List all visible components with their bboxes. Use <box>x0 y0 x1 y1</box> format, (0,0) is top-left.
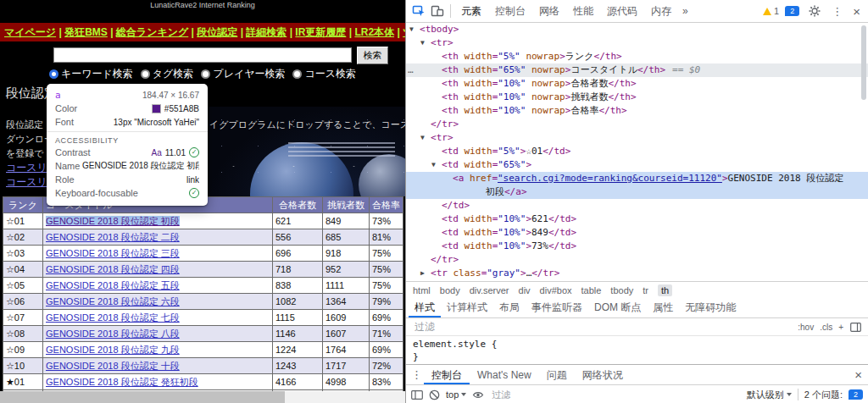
course-link[interactable]: GENOSIDE 2018 段位認定 五段 <box>46 280 180 290</box>
styles-tab[interactable]: 布局 <box>493 298 526 317</box>
table-row[interactable]: ☆06GENOSIDE 2018 段位認定 六段1082136479% <box>3 294 403 309</box>
table-row[interactable]: ☆04GENOSIDE 2018 段位認定 四段71895275% <box>3 262 403 277</box>
tree-line[interactable]: <td width="10%">621</td> <box>406 213 868 226</box>
drawer-tab[interactable]: 问题 <box>539 366 575 384</box>
tree-line[interactable]: 初段</a> <box>406 185 868 199</box>
tree-line[interactable]: <td width="10%">849</td> <box>406 226 868 240</box>
issues-badge[interactable]: 2 <box>785 6 799 16</box>
devtools-tab[interactable]: 控制台 <box>488 1 532 22</box>
drawer-tab[interactable]: What's New <box>470 366 539 384</box>
table-row[interactable]: ☆05GENOSIDE 2018 段位認定 五段838111175% <box>3 278 403 293</box>
expand-arrow-icon[interactable]: ▼ <box>420 36 431 50</box>
tree-line[interactable]: ▶<tr class="gray">…</tr> <box>406 267 868 280</box>
table-row[interactable]: ☆02GENOSIDE 2018 段位認定 二段55668581% <box>3 229 403 245</box>
drawer-tab[interactable]: 控制台 <box>424 366 470 384</box>
issues-count-badge[interactable]: 2 <box>849 389 863 400</box>
course-link[interactable]: GENOSIDE 2018 段位認定 八段 <box>46 328 180 339</box>
styles-tab[interactable]: 计算样式 <box>441 298 493 317</box>
nav-link[interactable]: 発狂BMS <box>64 26 108 38</box>
search-mode-option[interactable]: キーワード検索 <box>49 67 133 81</box>
styles-tab[interactable]: 无障碍功能 <box>679 298 742 317</box>
tree-line[interactable]: <th width="10%" nowrap>合格者数</th> <box>406 77 868 91</box>
layout-panel-icon[interactable] <box>850 323 861 332</box>
overflow-menu-icon[interactable]: … <box>408 63 413 77</box>
devtools-tab[interactable]: 源代码 <box>600 1 644 22</box>
search-mode-option[interactable]: コース検索 <box>292 67 356 81</box>
course-link[interactable]: GENOSIDE 2018 段位認定 四段 <box>46 264 180 274</box>
nav-link[interactable]: 詳細検索 <box>246 26 287 38</box>
styles-tab[interactable]: DOM 断点 <box>588 298 647 317</box>
console-sidebar-icon[interactable] <box>411 389 423 400</box>
search-input[interactable] <box>53 47 352 63</box>
tree-line[interactable]: </tr> <box>406 253 868 267</box>
breadcrumb-item[interactable]: th <box>658 284 672 296</box>
nav-link[interactable]: IR更新履歴 <box>295 26 346 38</box>
tree-line[interactable]: ▼<tr> <box>406 131 868 145</box>
expand-arrow-icon[interactable]: ▼ <box>420 131 431 145</box>
tree-line[interactable]: <td width="10%">73%</td> <box>406 240 868 253</box>
tree-line[interactable]: <th width="10%" nowrap>合格率</th> <box>406 104 868 118</box>
tree-scrollbar-thumb[interactable] <box>861 25 866 100</box>
settings-gear-icon[interactable] <box>805 2 824 20</box>
table-row[interactable]: ☆09GENOSIDE 2018 段位認定 九段1224176469% <box>3 342 403 357</box>
more-tabs-button[interactable]: » <box>678 5 693 17</box>
clear-console-icon[interactable] <box>429 389 440 400</box>
radio-icon[interactable] <box>141 69 150 79</box>
devtools-tab[interactable]: 网络 <box>532 1 566 22</box>
warnings-badge[interactable]: 1 <box>763 6 779 16</box>
styles-tab[interactable]: 样式 <box>409 298 441 317</box>
table-row[interactable]: ☆08GENOSIDE 2018 段位認定 八段1146160771% <box>3 326 403 341</box>
breadcrumb-item[interactable]: div <box>519 285 531 295</box>
tree-line[interactable]: ▼<td width="65%"> <box>406 158 868 172</box>
kebab-menu-icon[interactable]: ⋮ <box>830 5 844 18</box>
breadcrumb-item[interactable]: table <box>581 285 602 295</box>
console-filter-input[interactable] <box>490 389 740 400</box>
styles-tab[interactable]: 事件监听器 <box>526 298 588 317</box>
search-button[interactable]: 検索 <box>357 47 388 64</box>
course-link[interactable]: GENOSIDE 2018 段位認定 初段 <box>46 216 180 226</box>
scrollbar-thumb[interactable] <box>0 391 285 403</box>
course-link[interactable]: GENOSIDE 2018 段位認定 二段 <box>46 232 180 242</box>
expand-arrow-icon[interactable]: ▼ <box>409 23 420 36</box>
tree-line[interactable]: </tr> <box>406 118 868 131</box>
search-mode-option[interactable]: タグ検索 <box>141 67 194 81</box>
device-toolbar-button[interactable] <box>428 2 447 20</box>
close-devtools-button[interactable]: × <box>850 4 863 19</box>
breadcrumb-item[interactable]: body <box>440 285 460 295</box>
radio-icon[interactable] <box>201 69 210 79</box>
table-row[interactable]: ☆03GENOSIDE 2018 段位認定 三段69691875% <box>3 246 403 261</box>
breadcrumb-item[interactable]: div#box <box>540 285 572 295</box>
search-mode-option[interactable]: プレイヤー検索 <box>201 67 285 81</box>
course-link[interactable]: GENOSIDE 2018 段位認定 九段 <box>46 345 180 355</box>
nav-link[interactable]: LR2本体 <box>354 26 394 38</box>
styles-tab[interactable]: 属性 <box>647 298 679 317</box>
tree-line[interactable]: …<th width="65%" nowrap>コースタイトル</th>== $… <box>406 63 868 77</box>
table-row[interactable]: ★01GENOSIDE 2018 段位認定 発狂初段4166499883% <box>3 374 403 389</box>
table-row[interactable]: ☆01GENOSIDE 2018 段位認定 初段62184973% <box>3 213 403 229</box>
course-list-link[interactable]: コースリ <box>6 161 47 175</box>
tree-line[interactable]: ▼<tbody> <box>406 23 868 36</box>
close-drawer-button[interactable]: × <box>852 367 865 382</box>
devtools-tab[interactable]: 性能 <box>566 1 600 22</box>
radio-icon[interactable] <box>49 69 58 79</box>
breadcrumb-item[interactable]: div.server <box>470 285 509 295</box>
pseudo-toggle[interactable]: + <box>838 323 843 332</box>
table-row[interactable]: ☆10GENOSIDE 2018 段位認定 十段1243171772% <box>3 358 403 373</box>
pseudo-toggle[interactable]: .cls <box>820 323 832 332</box>
breadcrumb-item[interactable]: tbody <box>610 285 633 295</box>
inspect-element-button[interactable] <box>409 2 428 20</box>
tree-line[interactable]: <td width="5%">☆01</td> <box>406 145 868 158</box>
drawer-tab[interactable]: 网络状况 <box>575 366 631 384</box>
eye-icon[interactable] <box>472 390 484 400</box>
element-style-rule[interactable]: element.style { <box>413 338 861 351</box>
radio-icon[interactable] <box>292 69 302 79</box>
tree-line[interactable]: <a href="search.cgi?mode=ranking&coursei… <box>406 172 868 185</box>
log-level-selector[interactable]: 默认级别 <box>747 389 792 401</box>
tree-line[interactable]: <th width="5%" nowrap>ランク</th> <box>406 50 868 63</box>
course-link[interactable]: GENOSIDE 2018 段位認定 七段 <box>46 312 180 323</box>
pseudo-toggle[interactable]: :hov <box>798 323 814 332</box>
nav-link[interactable]: 段位認定 <box>197 26 237 38</box>
drawer-menu-icon[interactable]: ⋮ <box>409 368 424 381</box>
console-context-selector[interactable]: top <box>446 389 466 400</box>
styles-filter-input[interactable] <box>413 320 791 334</box>
